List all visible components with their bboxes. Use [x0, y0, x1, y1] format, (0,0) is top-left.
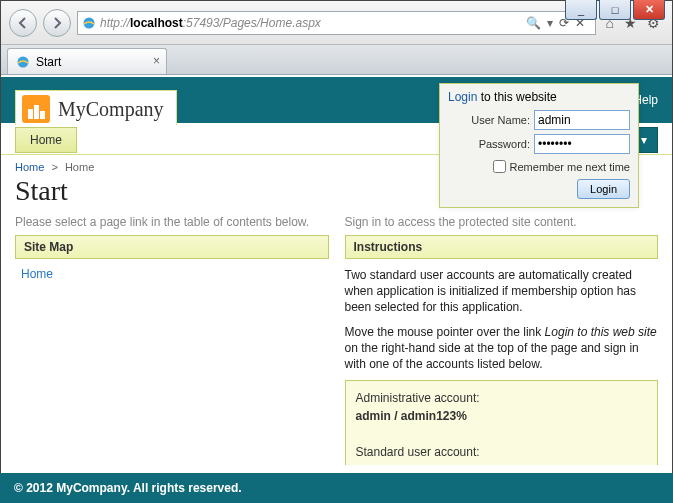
footer: © 2012 MyCompany. All rights reserved.	[0, 473, 673, 503]
browser-tab[interactable]: Start ×	[7, 48, 167, 74]
username-input[interactable]	[534, 110, 630, 130]
address-bar[interactable]: http://localhost:57493/Pages/Home.aspx 🔍…	[77, 11, 596, 35]
brand-logo-icon	[22, 95, 50, 123]
maximize-button[interactable]: □	[599, 0, 631, 20]
minimize-button[interactable]: _	[565, 0, 597, 20]
toolbar-sep: ▾	[547, 16, 553, 30]
left-intro: Please select a page link in the table o…	[15, 215, 329, 229]
forward-button[interactable]	[43, 9, 71, 37]
username-label: User Name:	[471, 114, 530, 126]
sitemap-item: Home	[15, 259, 329, 289]
left-column: Please select a page link in the table o…	[15, 215, 329, 465]
brand-area: MyCompany	[15, 90, 177, 125]
url-path: /Pages/Home.aspx	[219, 16, 320, 30]
login-title-rest: to this website	[477, 90, 556, 104]
instructions-p1: Two standard user accounts are automatic…	[345, 267, 659, 316]
browser-tab-strip: Start ×	[1, 45, 672, 75]
url-protocol: http://	[100, 16, 130, 30]
user-acct-label: Standard user account:	[356, 445, 480, 459]
window-controls: _ □ ✕	[563, 0, 665, 22]
right-intro: Sign in to access the protected site con…	[345, 215, 659, 229]
admin-acct-label: Administrative account:	[356, 391, 480, 405]
right-column: Sign in to access the protected site con…	[345, 215, 659, 465]
tab-favicon-icon	[16, 55, 30, 69]
sitemap-header: Site Map	[15, 235, 329, 259]
breadcrumb-sep: >	[51, 161, 57, 173]
back-button[interactable]	[9, 9, 37, 37]
sitemap-link-home[interactable]: Home	[21, 267, 53, 281]
login-title: Login to this website	[448, 90, 630, 104]
remember-label: Remember me next time	[510, 161, 630, 173]
accounts-box: Administrative account: admin / admin123…	[345, 380, 659, 465]
login-popup: Login to this website User Name: Passwor…	[439, 83, 639, 208]
breadcrumb-current: Home	[65, 161, 94, 173]
ie-favicon-icon	[82, 16, 96, 30]
close-window-button[interactable]: ✕	[633, 0, 665, 20]
search-icon[interactable]: 🔍	[526, 16, 541, 30]
breadcrumb-home[interactable]: Home	[15, 161, 44, 173]
footer-text: © 2012 MyCompany. All rights reserved.	[14, 481, 242, 495]
user-acct-cred: user / user123%	[356, 463, 447, 465]
remember-checkbox[interactable]	[493, 160, 506, 173]
url-port: :57493	[183, 16, 220, 30]
brand-name: MyCompany	[58, 98, 164, 121]
admin-acct-cred: admin / admin123%	[356, 409, 467, 423]
instructions-p2: Move the mouse pointer over the link Log…	[345, 324, 659, 373]
url-host: localhost	[130, 16, 183, 30]
tab-title: Start	[36, 55, 61, 69]
tab-close-icon[interactable]: ×	[153, 54, 160, 68]
password-label: Password:	[479, 138, 530, 150]
nav-tab-home[interactable]: Home	[15, 127, 77, 153]
login-button[interactable]: Login	[577, 179, 630, 199]
instructions-header: Instructions	[345, 235, 659, 259]
login-title-link[interactable]: Login	[448, 90, 477, 104]
password-input[interactable]	[534, 134, 630, 154]
